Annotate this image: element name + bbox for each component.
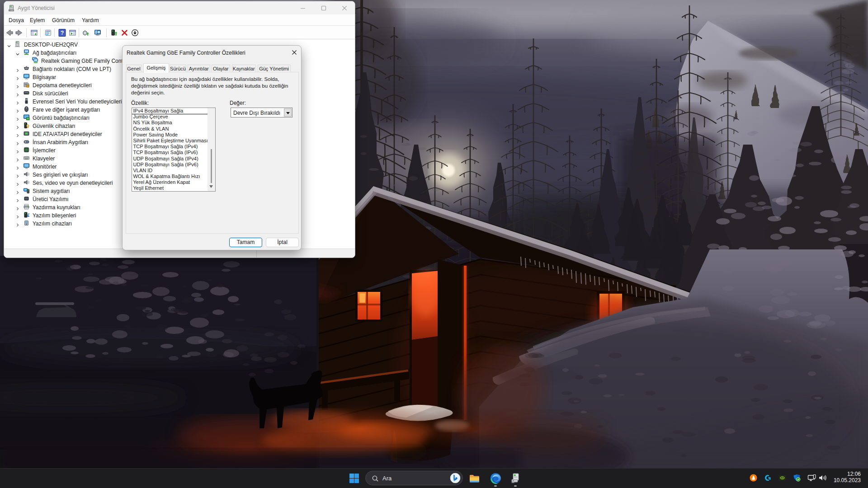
svg-text:?: ? <box>61 30 64 36</box>
